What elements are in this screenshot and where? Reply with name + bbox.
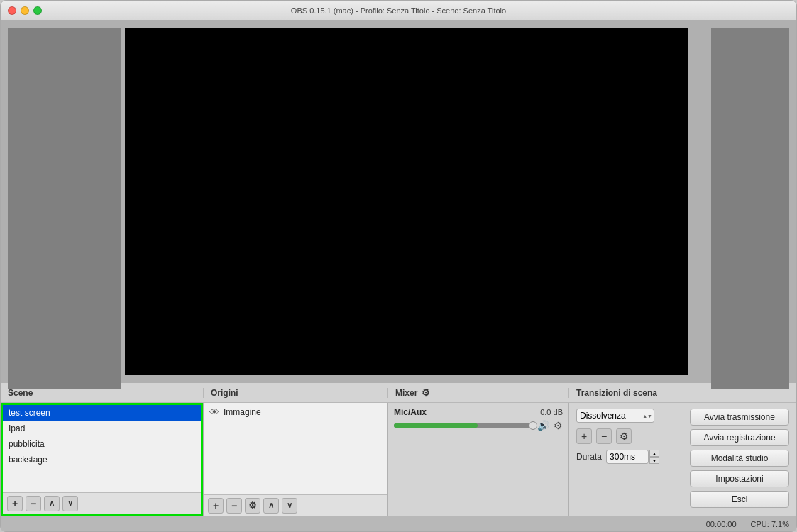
mixer-fader-track[interactable]: [394, 423, 533, 428]
impostazioni-button[interactable]: Impostazioni: [690, 470, 789, 487]
scene-item-test-screen[interactable]: test screen: [3, 405, 201, 421]
trans-add-button[interactable]: +: [576, 428, 592, 444]
durata-input-wrapper: ▲ ▼: [606, 450, 659, 464]
avvia-trasmissione-button[interactable]: Avvia trasmissione: [690, 409, 789, 426]
transition-type-select[interactable]: Dissolvenza Nessuno Taglia: [576, 409, 654, 423]
status-bar: 00:00:00 CPU: 7.1%: [1, 516, 796, 531]
volume-icon[interactable]: 🔊: [537, 420, 549, 431]
trans-remove-button[interactable]: −: [596, 428, 612, 444]
panels-row: test screen Ipad pubblicita backstage: [1, 403, 796, 516]
transizioni-left: Dissolvenza Nessuno Taglia + − ⚙: [576, 409, 683, 510]
window-controls: [8, 6, 42, 15]
close-button[interactable]: [8, 6, 16, 15]
mixer-gear-icon[interactable]: ⚙: [421, 388, 431, 398]
mixer-channel-gear-icon[interactable]: ⚙: [554, 420, 563, 431]
durata-input[interactable]: [606, 450, 649, 464]
origini-settings-button[interactable]: ⚙: [245, 498, 260, 514]
status-time: 00:00:00: [706, 520, 737, 528]
transition-select-container: Dissolvenza Nessuno Taglia: [576, 409, 654, 423]
origini-up-button[interactable]: ∧: [263, 498, 279, 514]
origini-down-button[interactable]: ∨: [282, 498, 297, 514]
esci-button[interactable]: Esci: [690, 491, 789, 508]
mixer-fader-row: 🔊 ⚙: [394, 420, 563, 431]
minimize-button[interactable]: [21, 6, 29, 15]
origini-list: 👁 Immagine: [204, 403, 387, 494]
transizioni-panel: Dissolvenza Nessuno Taglia + − ⚙: [568, 403, 796, 516]
preview-canvas: [125, 28, 688, 375]
action-buttons: Avvia trasmissione Avvia registrazione M…: [690, 409, 789, 510]
scene-item-pubblicita[interactable]: pubblicita: [3, 436, 201, 452]
durata-stepper: ▲ ▼: [649, 450, 659, 464]
origini-add-button[interactable]: +: [208, 498, 224, 514]
scene-toolbar: + − ∧ ∨: [3, 492, 201, 514]
durata-down-button[interactable]: ▼: [649, 457, 659, 464]
scene-item-ipad[interactable]: Ipad: [3, 421, 201, 436]
mixer-panel: Mic/Aux 0.0 dB 🔊 ⚙: [387, 403, 568, 516]
origini-item-immagine[interactable]: 👁 Immagine: [204, 403, 387, 421]
mixer-fader-thumb[interactable]: [529, 421, 537, 430]
origini-section-header: Origini: [203, 388, 387, 398]
origini-toolbar: + − ⚙ ∧ ∨: [204, 494, 387, 516]
maximize-button[interactable]: [33, 6, 42, 15]
transizioni-content: Dissolvenza Nessuno Taglia + − ⚙: [576, 409, 789, 510]
titlebar: OBS 0.15.1 (mac) - Profilo: Senza Titolo…: [1, 1, 796, 21]
scene-remove-button[interactable]: −: [26, 496, 41, 511]
scene-item-backstage[interactable]: backstage: [3, 452, 201, 467]
origini-remove-button[interactable]: −: [226, 498, 242, 514]
durata-label: Durata: [576, 452, 602, 462]
durata-row: Durata ▲ ▼: [576, 450, 683, 464]
status-cpu: CPU: 7.1%: [751, 520, 789, 528]
scene-panel: test screen Ipad pubblicita backstage: [1, 403, 203, 516]
scene-down-button[interactable]: ∨: [62, 496, 78, 511]
scene-list[interactable]: test screen Ipad pubblicita backstage: [3, 405, 201, 492]
transizioni-select-row: Dissolvenza Nessuno Taglia: [576, 409, 683, 423]
avvia-registrazione-button[interactable]: Avvia registrazione: [690, 429, 789, 446]
mixer-fader-fill: [394, 423, 478, 428]
eye-icon[interactable]: 👁: [209, 406, 219, 418]
preview-left-sidebar: [8, 28, 121, 389]
scene-add-button[interactable]: +: [7, 496, 23, 511]
window-title: OBS 0.15.1 (mac) - Profilo: Senza Titolo…: [291, 6, 506, 15]
main-content: Scene Origini Mixer ⚙ Transizioni di sce…: [1, 21, 796, 531]
mixer-channel-db: 0.0 dB: [540, 408, 563, 416]
preview-area: [1, 21, 796, 382]
preview-right-sidebar: [711, 28, 789, 389]
transizioni-toolbar: + − ⚙: [576, 428, 683, 444]
durata-up-button[interactable]: ▲: [649, 450, 659, 457]
scene-up-button[interactable]: ∧: [44, 496, 60, 511]
mixer-channel-row: Mic/Aux 0.0 dB: [394, 407, 563, 417]
modalita-studio-button[interactable]: Modalità studio: [690, 450, 789, 467]
origini-panel: 👁 Immagine + − ⚙: [203, 403, 387, 516]
bottom-panel: Scene Origini Mixer ⚙ Transizioni di sce…: [1, 382, 796, 516]
main-window: OBS 0.15.1 (mac) - Profilo: Senza Titolo…: [0, 0, 797, 532]
trans-gear-button[interactable]: ⚙: [616, 428, 632, 444]
mixer-channel-label: Mic/Aux: [394, 407, 427, 417]
mixer-section-header: Mixer ⚙: [387, 388, 568, 398]
